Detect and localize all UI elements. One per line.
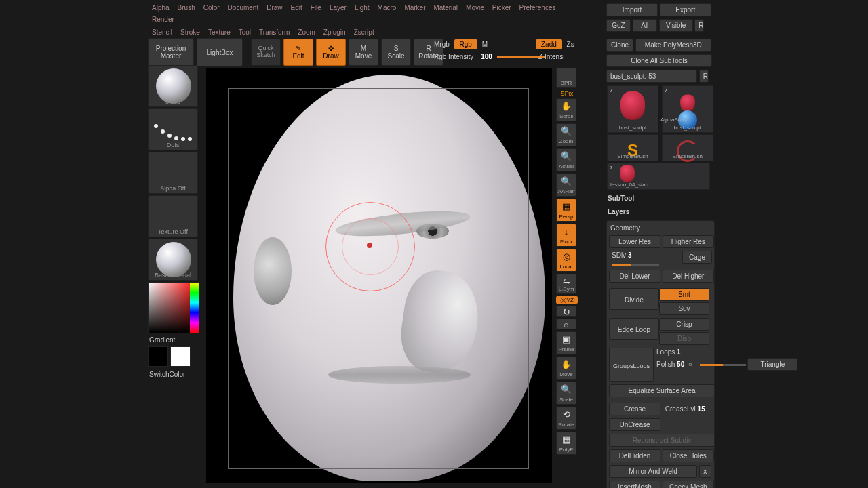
lower-res-button[interactable]: Lower Res [609,235,660,248]
menu-render[interactable]: Render [148,14,178,25]
frame-button[interactable]: ▣Frame [556,331,576,354]
scale-mode-button[interactable]: SScale [381,39,411,66]
delhidden-button[interactable]: DelHidden [609,449,660,462]
move-mode-button[interactable]: MMove [349,39,378,66]
zs-toggle[interactable]: Zs [564,39,577,49]
sdiv-slider[interactable] [612,264,659,266]
crisp-toggle[interactable]: Crisp [659,318,709,331]
menu-document[interactable]: Document [224,2,263,14]
polish-slider[interactable] [700,364,746,366]
groupsloops-button[interactable]: GroupsLoops [609,348,654,382]
axis-o-button[interactable]: ○ [556,319,576,329]
stroke-thumbnail[interactable]: Dots [148,108,198,150]
goz-button[interactable]: GoZ [606,19,631,32]
tool-thumb-simplebrush[interactable]: SSimpleBrush [607,134,658,161]
mirror-weld-button[interactable]: Mirror And Weld [609,465,697,478]
checkmesh-button[interactable]: Check Mesh [663,481,714,488]
uncrease-button[interactable]: UnCrease [609,418,660,431]
menu-alpha[interactable]: Alpha [148,2,174,14]
sdiv-label[interactable]: SDiv 3 [609,250,634,260]
scale-nav-button[interactable]: 🔍Scale [556,382,576,405]
menu-draw[interactable]: Draw [262,2,286,14]
tool-thumb-lesson[interactable]: 7lesson_04_start [607,163,710,190]
tool-name-field[interactable]: bust_sculpt. 53 [606,70,697,83]
zoom-button[interactable]: 🔍Zoom [556,123,576,146]
mrgb-toggle[interactable]: Mrgb [431,39,452,49]
tool-thumb-eraserbrush[interactable]: EraserBrush [662,134,713,161]
menu-tool[interactable]: Tool [235,26,255,38]
mirror-axis-button[interactable]: x [699,465,711,478]
suv-toggle[interactable]: Suv [659,302,709,315]
material-thumbnail[interactable]: BasicMaterial [148,239,198,281]
alpha-thumbnail[interactable]: Alpha Off [148,152,198,194]
crease-button[interactable]: Crease [609,403,660,415]
projection-master-button[interactable]: Projection Master [148,38,194,66]
lightbox-button[interactable]: LightBox [197,38,243,66]
geometry-header[interactable]: Geometry [609,223,712,235]
secondary-color-swatch[interactable] [170,346,191,367]
menu-marker[interactable]: Marker [400,2,429,14]
persp-button[interactable]: ▦Persp [556,199,576,222]
export-button[interactable]: Export [660,3,711,16]
tool-thumb-bust-sculpt[interactable]: 7bust_sculpt [607,85,658,133]
tool-thumb-bust-sculpt-2[interactable]: 7bust_sculpt [662,85,713,133]
edge-loop-button[interactable]: Edge Loop [609,318,659,340]
menu-color[interactable]: Color [199,2,224,14]
layers-header[interactable]: Layers [606,204,715,218]
del-lower-button[interactable]: Del Lower [609,270,660,283]
menu-zscript[interactable]: Zscript [350,26,378,38]
menu-material[interactable]: Material [430,2,462,14]
goz-all-button[interactable]: All [633,19,657,32]
import-button[interactable]: Import [606,3,658,16]
menu-stencil[interactable]: Stencil [148,26,176,38]
tool-r-button[interactable]: R [699,70,709,83]
del-higher-button[interactable]: Del Higher [663,270,714,283]
bpr-button[interactable]: BPR [556,68,576,88]
draw-mode-button[interactable]: ✜Draw [316,39,346,66]
menu-zplugin[interactable]: Zplugin [319,26,350,38]
brush-thumbnail[interactable]: Move [148,65,198,107]
clone-all-subtools-button[interactable]: Clone All SubTools [606,54,712,67]
hue-strip[interactable] [190,283,199,333]
menu-texture[interactable]: Texture [204,26,235,38]
menu-brush[interactable]: Brush [174,2,199,14]
goz-visible-button[interactable]: Visible [659,19,693,32]
menu-stroke[interactable]: Stroke [176,26,204,38]
xyz-toggle[interactable]: (x)YZ [556,296,578,304]
divide-button[interactable]: Divide [609,288,659,310]
reconstruct-subdiv-button[interactable]: Reconstruct Subdiv [609,434,715,447]
triangle-toggle[interactable]: Triangle [747,358,797,371]
spix-label[interactable]: SPix [556,90,578,97]
polish-label[interactable]: Polish 50 ○ [654,359,695,369]
document-canvas[interactable] [206,68,552,483]
floor-button[interactable]: ↓Floor [556,224,576,247]
rotate-nav-button[interactable]: ⟲Rotate [556,407,576,430]
insertmesh-button[interactable]: InsertMesh [609,481,660,488]
clone-button[interactable]: Clone [606,39,633,52]
menu-preferences[interactable]: Preferences [515,2,560,14]
color-picker[interactable] [148,282,199,333]
menu-transform[interactable]: Transform [255,26,294,38]
local-button[interactable]: ◎Local [556,249,576,272]
zadd-toggle[interactable]: Zadd [536,39,562,49]
scroll-button[interactable]: ✋Scroll [556,98,576,121]
loops-label[interactable]: Loops 1 [654,347,684,357]
goz-r-button[interactable]: R [694,19,704,32]
creaselvl-label[interactable]: CreaseLvl 15 [663,404,708,414]
menu-zoom[interactable]: Zoom [294,26,319,38]
menu-light[interactable]: Light [351,2,374,14]
menu-file[interactable]: File [307,2,326,14]
aahalf-button[interactable]: 🔍AAHalf [556,174,576,197]
main-color-swatch[interactable] [148,346,168,367]
subtool-header[interactable]: SubTool [606,190,715,204]
higher-res-button[interactable]: Higher Res [663,235,714,248]
smt-toggle[interactable]: Smt [659,288,709,301]
close-holes-button[interactable]: Close Holes [663,449,714,462]
rgb-toggle[interactable]: Rgb [454,39,477,49]
rgb-intensity-value[interactable]: 100 [478,52,495,62]
menu-layer[interactable]: Layer [326,2,351,14]
texture-thumbnail[interactable]: Texture Off [148,195,198,237]
disp-toggle[interactable]: Disp [659,332,709,345]
axis-c-button[interactable]: ↻ [556,306,576,317]
polyf-button[interactable]: ▦PolyF [556,432,576,455]
